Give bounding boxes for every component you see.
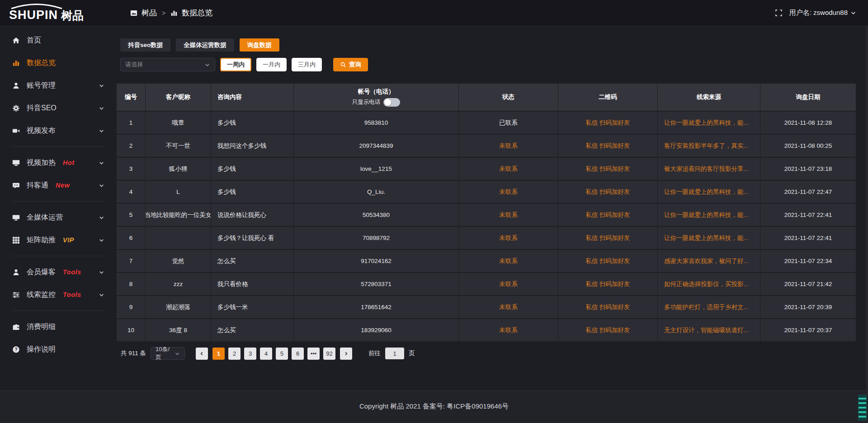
tab-inquiry-data[interactable]: 询盘数据 (240, 38, 279, 52)
cell-qrcode[interactable]: 私信 扫码加好友 (558, 135, 658, 157)
chevron-down-icon (99, 237, 104, 243)
chevron-down-icon (175, 351, 180, 357)
phone-toggle-label: 只显示电话 (352, 99, 381, 106)
page-ellipsis[interactable]: ••• (307, 348, 320, 360)
chevron-down-icon (99, 183, 104, 188)
page-button-4[interactable]: 4 (260, 348, 272, 360)
logo[interactable]: SHUPIN 树品 (0, 5, 115, 21)
cell-account: 178651642 (294, 296, 459, 318)
cell-source[interactable]: 被大家追着问的客厅投影分享... (658, 158, 760, 180)
sidebar-item-douyin-seo[interactable]: 抖音SEO (0, 97, 115, 119)
tab-douyin-seo-data[interactable]: 抖音seo数据 (120, 38, 170, 52)
cell-qrcode[interactable]: 私信 扫码加好友 (558, 204, 658, 226)
table-row: 8zzz我只看价格572803371未联系私信 扫码加好友如何正确选择投影仪，买… (117, 272, 856, 295)
cell-content: 多少钱 (211, 181, 294, 203)
cell-qrcode[interactable]: 私信 扫码加好友 (558, 227, 658, 249)
cell-source[interactable]: 无主灯设计，智能磁吸轨道灯... (658, 319, 760, 341)
period-button-1[interactable]: 一月内 (256, 58, 287, 71)
tab-media-operation-data[interactable]: 全媒体运营数据 (176, 38, 234, 52)
filter-row: 请选择 一周内一月内三月内 查询 (120, 58, 368, 71)
cell-account: Q_Liu. (294, 181, 459, 203)
page-button-1[interactable]: 1 (212, 348, 225, 360)
cell-source[interactable]: 让你一眼就爱上的黑科技，能... (658, 181, 760, 203)
cell-date: 2021-11-07 22:41 (760, 227, 856, 249)
cell-source[interactable]: 如何正确选择投影仪，买投影... (658, 273, 760, 295)
table-row: 4L多少钱Q_Liu.未联系私信 扫码加好友让你一眼就爱上的黑科技，能...20… (117, 180, 856, 203)
floating-widget[interactable] (858, 395, 867, 421)
sliders-icon (12, 291, 20, 299)
phone-only-toggle[interactable] (383, 98, 400, 107)
cell-source[interactable]: 多功能护栏灯，适用于乡村文... (658, 296, 760, 318)
cell-qrcode[interactable]: 私信 扫码加好友 (558, 158, 658, 180)
sidebar-item-data-overview[interactable]: 数据总览 (0, 52, 115, 74)
chevron-down-icon (99, 105, 104, 111)
user-menu[interactable]: 用户名: zswodun88 (789, 9, 856, 17)
page-button-6[interactable]: 6 (292, 348, 304, 360)
page-size-select[interactable]: 10条/页 (151, 347, 185, 360)
cell-date: 2021-11-07 20:37 (760, 319, 856, 341)
cell-qrcode[interactable]: 私信 扫码加好友 (558, 319, 658, 341)
cell-nickname: 潮起潮落 (146, 296, 211, 318)
scrollbar-track[interactable] (866, 0, 868, 423)
search-icon (340, 61, 346, 68)
cell-qrcode[interactable]: 私信 扫码加好友 (558, 112, 658, 134)
page-button-92[interactable]: 92 (323, 348, 335, 360)
page-button-5[interactable]: 5 (276, 348, 288, 360)
cell-source[interactable]: 让你一眼就爱上的黑科技，能... (658, 112, 760, 134)
sidebar-item-matrix-boost[interactable]: 矩阵助推VIP (0, 229, 115, 251)
page-button-3[interactable]: 3 (244, 348, 256, 360)
cell-qrcode[interactable]: 私信 扫码加好友 (558, 250, 658, 272)
next-page-button[interactable] (340, 348, 352, 360)
user-icon (12, 82, 20, 89)
cell-content: 多少钱 (211, 158, 294, 180)
sidebar-item-member-baoke[interactable]: 会员爆客Tools (0, 261, 115, 283)
breadcrumb-root[interactable]: 树品 (142, 8, 157, 18)
cell-content: 我想问这个多少钱 (211, 135, 294, 157)
goto-page-input[interactable] (385, 348, 404, 359)
search-button[interactable]: 查询 (333, 58, 368, 71)
filter-select[interactable]: 请选择 (120, 58, 215, 71)
sidebar-item-consume-detail[interactable]: 消费明细 (0, 315, 115, 338)
chevron-down-icon (204, 62, 210, 68)
cell-nickname: zzz (146, 273, 211, 295)
sidebar-item-home[interactable]: 首页 (0, 29, 115, 52)
sidebar-item-video-publish[interactable]: 视频发布 (0, 119, 115, 142)
chevron-down-icon (99, 292, 104, 298)
chevron-down-icon (99, 215, 104, 221)
page-button-2[interactable]: 2 (228, 348, 241, 360)
sidebar-item-video-heat[interactable]: 视频加热Hot (0, 151, 115, 174)
total-count: 共 911 条 (121, 349, 146, 357)
sidebar-item-media-operation[interactable]: 全媒体运营 (0, 206, 115, 229)
sidebar-item-label: 视频加热 (27, 158, 56, 168)
cell-source[interactable]: 客厅安装投影半年多了，真实... (658, 135, 760, 157)
sidebar-item-account-manage[interactable]: 账号管理 (0, 74, 115, 97)
cell-account: 50534380 (294, 204, 459, 226)
sidebar-item-help[interactable]: ?操作说明 (0, 338, 115, 361)
cell-account: 917024162 (294, 250, 459, 272)
table-row: 5当地比较能吃的一位美女说说价格让我死心50534380未联系私信 扫码加好友让… (117, 203, 856, 226)
table-row: 1哦章多少钱9583810已联系私信 扫码加好友让你一眼就爱上的黑科技，能...… (117, 111, 856, 134)
sidebar-item-lead-monitor[interactable]: 线索监控Tools (0, 283, 115, 306)
cell-date: 2021-11-07 22:34 (760, 250, 856, 272)
cell-qrcode[interactable]: 私信 扫码加好友 (558, 273, 658, 295)
goto-suffix: 页 (409, 349, 415, 357)
cell-account: 70898792 (294, 227, 459, 249)
period-button-2[interactable]: 三月内 (292, 58, 322, 71)
sidebar-item-douketong[interactable]: 抖客通New (0, 174, 115, 197)
sidebar-item-badge: VIP (63, 236, 74, 244)
cell-qrcode[interactable]: 私信 扫码加好友 (558, 296, 658, 318)
prev-page-button[interactable] (196, 348, 208, 360)
svg-text:?: ? (14, 347, 17, 352)
grid-icon (12, 236, 20, 244)
cell-qrcode[interactable]: 私信 扫码加好友 (558, 181, 658, 203)
sidebar-item-label: 账号管理 (27, 81, 56, 90)
cell-source[interactable]: 让你一眼就爱上的黑科技，能... (658, 227, 760, 249)
cell-source[interactable]: 让你一眼就爱上的黑科技，能... (658, 204, 760, 226)
cell-source[interactable]: 感谢大家喜欢我家，被问了好... (658, 250, 760, 272)
monitor-icon (12, 214, 20, 221)
period-button-0[interactable]: 一周内 (220, 58, 251, 71)
table-row: 7觉然怎么买917024162未联系私信 扫码加好友感谢大家喜欢我家，被问了好.… (117, 249, 856, 272)
cell-date: 2021-11-07 22:41 (760, 204, 856, 226)
cell-content: 多少钱一米 (211, 296, 294, 318)
fullscreen-icon[interactable] (775, 9, 783, 17)
